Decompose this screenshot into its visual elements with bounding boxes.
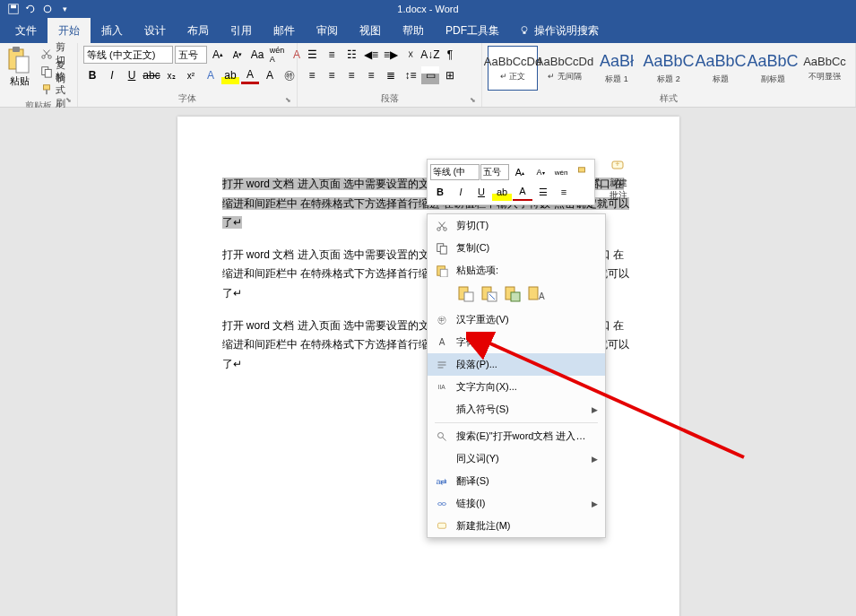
- numbering-button[interactable]: ≡: [323, 46, 341, 64]
- menu-link[interactable]: 链接(I) ▶: [428, 492, 605, 515]
- translate-icon: a⇄: [435, 474, 449, 489]
- mini-new-comment-button[interactable]: + 新建 批注: [610, 159, 627, 202]
- paste-merge[interactable]: [480, 284, 499, 304]
- style-item-2[interactable]: AaBł标题 1: [592, 46, 642, 91]
- tab-design[interactable]: 设计: [134, 18, 177, 44]
- mini-bold[interactable]: B: [430, 183, 450, 201]
- underline-button[interactable]: U: [123, 66, 141, 84]
- menu-synonyms[interactable]: 同义词(Y) ▶: [428, 447, 605, 470]
- multilevel-list-button[interactable]: ☷: [342, 46, 360, 64]
- italic-button[interactable]: I: [103, 66, 121, 84]
- menu-insert-symbol[interactable]: 插入符号(S) ▶: [428, 398, 605, 421]
- submenu-arrow-icon: ▶: [592, 405, 598, 414]
- character-shading-button[interactable]: A: [261, 66, 279, 84]
- tab-references[interactable]: 引用: [220, 18, 263, 44]
- menu-new-comment[interactable]: 新建批注(M): [428, 515, 605, 537]
- align-left-button[interactable]: ≡: [303, 66, 321, 84]
- save-icon[interactable]: [7, 3, 20, 15]
- distributed-button[interactable]: ≣: [382, 66, 400, 84]
- menu-insert-symbol-label: 插入符号(S): [456, 403, 509, 416]
- paste-text-only[interactable]: A: [526, 284, 546, 304]
- mini-highlight[interactable]: ab: [492, 183, 512, 201]
- menu-text-direction[interactable]: IIA 文字方向(X)...: [428, 376, 605, 398]
- font-size-combo[interactable]: 五号: [175, 46, 207, 64]
- text-effects-button[interactable]: A: [202, 66, 220, 84]
- style-item-0[interactable]: AaBbCcDd↵ 正文: [488, 46, 538, 91]
- font-launcher[interactable]: ⬊: [285, 96, 294, 105]
- tab-mailings[interactable]: 邮件: [263, 18, 306, 44]
- mini-italic[interactable]: I: [451, 183, 471, 201]
- mini-bullets[interactable]: ☰: [533, 183, 553, 201]
- menu-search[interactable]: 搜索(E)"打开word文档 进入页面...": [428, 425, 605, 447]
- mini-underline[interactable]: U: [471, 183, 491, 201]
- font-group-label: 字体: [83, 91, 291, 107]
- paste-picture[interactable]: [503, 284, 523, 304]
- styles-gallery[interactable]: AaBbCcDd↵ 正文AaBbCcDd↵ 无间隔AaBł标题 1AaBbC标题…: [488, 46, 850, 91]
- tab-help[interactable]: 帮助: [392, 18, 435, 44]
- style-item-3[interactable]: AaBbC标题 2: [644, 46, 694, 91]
- menu-cut[interactable]: 剪切(T): [428, 214, 605, 237]
- superscript-button[interactable]: x²: [182, 66, 200, 84]
- svg-rect-7: [16, 56, 29, 73]
- asian-layout-button[interactable]: ☓: [402, 46, 419, 64]
- tab-layout[interactable]: 布局: [177, 18, 220, 44]
- tab-home[interactable]: 开始: [48, 18, 91, 44]
- justify-button[interactable]: ≡: [362, 66, 380, 84]
- mini-font-color[interactable]: A: [513, 183, 532, 201]
- scissors-icon: [40, 48, 53, 60]
- clipboard-launcher[interactable]: ⬊: [65, 96, 74, 105]
- subscript-button[interactable]: x₂: [162, 66, 180, 84]
- decrease-indent-button[interactable]: ◀≡: [362, 46, 380, 64]
- line-spacing-button[interactable]: ↕≡: [402, 66, 419, 84]
- style-item-4[interactable]: AaBbC标题: [696, 46, 746, 91]
- bold-button[interactable]: B: [83, 66, 101, 84]
- align-right-button[interactable]: ≡: [342, 66, 360, 84]
- redo-icon[interactable]: [41, 3, 54, 15]
- qat-dropdown-icon[interactable]: ▾: [58, 3, 71, 15]
- grow-font-button[interactable]: A▴: [209, 46, 227, 64]
- menu-paragraph[interactable]: 段落(P)...: [428, 353, 605, 376]
- enclose-characters-button[interactable]: ㊕: [281, 66, 298, 84]
- highlight-button[interactable]: ab: [221, 66, 239, 84]
- menu-translate[interactable]: a⇄ 翻译(S): [428, 470, 605, 492]
- tab-review[interactable]: 审阅: [306, 18, 349, 44]
- svg-point-37: [438, 502, 443, 505]
- bullets-button[interactable]: ☰: [303, 46, 321, 64]
- paste-keep-source[interactable]: [456, 284, 476, 304]
- style-item-6[interactable]: AaBbCc不明显强: [800, 46, 850, 91]
- align-center-button[interactable]: ≡: [323, 66, 341, 84]
- shading-button[interactable]: ▭: [421, 66, 439, 84]
- menu-font[interactable]: A 字体(F)...: [428, 331, 605, 353]
- mini-phonetic[interactable]: wén: [551, 163, 571, 181]
- tab-view[interactable]: 视图: [349, 18, 392, 44]
- mini-numbering[interactable]: ≡: [554, 183, 574, 201]
- strikethrough-button[interactable]: abc: [143, 66, 160, 84]
- font-name-combo[interactable]: 等线 (中文正文): [83, 46, 173, 64]
- style-item-5[interactable]: AaBbC副标题: [748, 46, 798, 91]
- shrink-font-button[interactable]: A▾: [229, 46, 246, 64]
- tab-insert[interactable]: 插入: [91, 18, 134, 44]
- scissors-icon: [435, 219, 449, 233]
- tab-pdf[interactable]: PDF工具集: [435, 18, 510, 44]
- show-hide-button[interactable]: ¶: [441, 46, 459, 64]
- svg-rect-6: [13, 47, 20, 52]
- paste-button[interactable]: 粘贴: [5, 46, 34, 88]
- style-item-1[interactable]: AaBbCcDd↵ 无间隔: [540, 46, 590, 91]
- menu-copy[interactable]: 复制(C): [428, 237, 605, 259]
- mini-font-size[interactable]: 五号: [480, 164, 509, 180]
- tell-me-search[interactable]: 操作说明搜索: [519, 23, 599, 39]
- undo-icon[interactable]: [24, 3, 37, 15]
- mini-format-painter[interactable]: [572, 163, 592, 181]
- menu-han-reselect[interactable]: ㊥ 汉字重选(V): [428, 308, 605, 331]
- mini-shrink-font[interactable]: A▾: [531, 163, 550, 181]
- mini-font-name[interactable]: 等线 (中: [430, 164, 480, 180]
- paragraph-launcher[interactable]: ⬊: [470, 96, 479, 105]
- phonetic-guide-button[interactable]: wénA: [268, 46, 286, 64]
- tab-file[interactable]: 文件: [4, 18, 48, 44]
- change-case-button[interactable]: Aa: [248, 46, 266, 64]
- sort-button[interactable]: A↓Z: [421, 46, 439, 64]
- borders-button[interactable]: ⊞: [441, 66, 459, 84]
- font-color-button[interactable]: A: [241, 66, 259, 84]
- mini-grow-font[interactable]: A▴: [510, 163, 530, 181]
- increase-indent-button[interactable]: ≡▶: [382, 46, 400, 64]
